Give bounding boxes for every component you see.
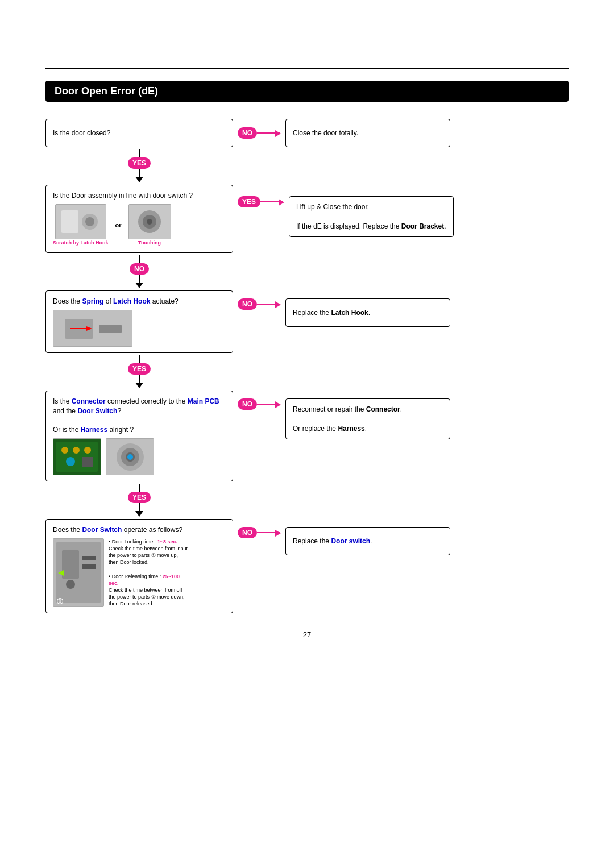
step5-no-badge: NO bbox=[238, 527, 257, 538]
step4-vline-top bbox=[139, 484, 140, 492]
step2-question: Is the Door assembly in line with door s… bbox=[45, 185, 233, 253]
svg-point-24 bbox=[127, 454, 133, 460]
step3-yes-container: YES bbox=[45, 353, 233, 391]
step2-yes-badge: YES bbox=[238, 196, 260, 207]
svg-point-15 bbox=[61, 447, 68, 454]
step2-row: Is the Door assembly in line with door s… bbox=[45, 185, 569, 253]
svg-rect-29 bbox=[82, 556, 96, 560]
step5-no-answer: Replace the Door switch. bbox=[285, 527, 450, 555]
step1-vline-top bbox=[139, 149, 140, 157]
step1-yes-badge: YES bbox=[128, 157, 151, 169]
step2-yes-arrow bbox=[260, 201, 283, 202]
step2-down-arrow bbox=[135, 283, 143, 288]
step1-row: Is the door closed? NO Close the door to… bbox=[45, 119, 569, 147]
svg-rect-27 bbox=[62, 550, 79, 579]
step4-pcb-svg bbox=[53, 439, 101, 475]
step4-down-arrow bbox=[135, 511, 143, 517]
svg-rect-1 bbox=[61, 210, 78, 233]
page: Door Open Error (dE) Is the door closed?… bbox=[0, 0, 614, 868]
step3-no-answer: Replace the Latch Hook. bbox=[285, 298, 450, 327]
step1-arrow bbox=[257, 132, 280, 134]
svg-point-16 bbox=[73, 447, 80, 454]
step2-vline-top bbox=[139, 255, 140, 263]
page-number: 27 bbox=[45, 630, 569, 639]
step3-latch-svg bbox=[53, 310, 132, 346]
step2-no-container: NO bbox=[45, 253, 233, 290]
svg-point-7 bbox=[147, 219, 152, 225]
step4-img-row bbox=[53, 438, 226, 475]
svg-point-3 bbox=[85, 217, 94, 226]
step2-yes-connector: YES bbox=[238, 196, 284, 207]
step1-answer: Close the door totally. bbox=[285, 119, 450, 147]
step4-img-harness bbox=[106, 438, 154, 475]
step5-detail-text: • Door Locking time : 1~8 sec.Check the … bbox=[109, 538, 188, 607]
step3-no-arrow bbox=[257, 304, 280, 305]
step3-question: Does the Spring of Latch Hook actuate? bbox=[45, 290, 233, 353]
step5-row: Does the Door Switch operate as follows? bbox=[45, 519, 569, 613]
step5-img-switch: ① bbox=[53, 538, 104, 607]
step4-no-badge: NO bbox=[238, 398, 257, 410]
step5-no-arrow bbox=[257, 532, 280, 533]
step5-switch-svg: ① bbox=[53, 539, 103, 606]
svg-point-28 bbox=[66, 580, 75, 589]
step4-no-arrow bbox=[257, 404, 280, 405]
step3-img-latch bbox=[53, 310, 132, 347]
step1-no-connector: NO bbox=[238, 127, 281, 139]
step1-down-arrow bbox=[135, 177, 143, 182]
step4-row: Is the Connector connected correctly to … bbox=[45, 391, 569, 481]
step3-no-connector: NO bbox=[238, 298, 281, 310]
step2-scratch-svg bbox=[56, 205, 106, 239]
svg-rect-14 bbox=[56, 442, 98, 472]
step5-question: Does the Door Switch operate as follows? bbox=[45, 519, 233, 613]
flowchart: Is the door closed? NO Close the door to… bbox=[45, 119, 569, 613]
step3-yes-badge: YES bbox=[128, 363, 151, 375]
svg-point-17 bbox=[84, 447, 91, 454]
step2-img-touching bbox=[128, 204, 171, 239]
step3-vline-top bbox=[139, 355, 140, 363]
step4-vline-bot bbox=[139, 503, 140, 511]
step3-vline-bot bbox=[139, 375, 140, 383]
step5-no-connector: NO bbox=[238, 527, 281, 538]
step1-vline-bot bbox=[139, 169, 140, 177]
svg-rect-19 bbox=[82, 457, 93, 467]
step2-yes-answer: Lift up & Close the door. If the dE is d… bbox=[289, 196, 454, 237]
step4-harness-svg bbox=[106, 439, 154, 475]
svg-rect-30 bbox=[82, 564, 96, 569]
step4-img-pcb bbox=[53, 438, 101, 475]
step2-no-badge: NO bbox=[130, 263, 149, 275]
step4-yes-badge: YES bbox=[128, 492, 151, 503]
step5-img-row: ① • Door Locking time : 1~8 sec.Check th… bbox=[53, 538, 226, 607]
step4-yes-container: YES bbox=[45, 481, 233, 519]
step1-question: Is the door closed? bbox=[45, 119, 233, 147]
step3-img-row bbox=[53, 310, 226, 347]
step4-question: Is the Connector connected correctly to … bbox=[45, 391, 233, 481]
step2-vline-bot bbox=[139, 275, 140, 283]
top-divider bbox=[45, 68, 569, 69]
svg-rect-10 bbox=[99, 325, 122, 333]
section-title: Door Open Error (dE) bbox=[45, 81, 569, 102]
svg-text:①: ① bbox=[56, 597, 64, 606]
step3-no-badge: NO bbox=[238, 298, 257, 310]
step2-img-row: Scratch by Latch Hook or Touchin bbox=[53, 204, 226, 247]
step2-img-scratch bbox=[55, 204, 106, 239]
step1-yes-container: YES bbox=[45, 147, 233, 185]
svg-point-18 bbox=[66, 457, 75, 466]
step3-down-arrow bbox=[135, 383, 143, 388]
step4-no-connector: NO bbox=[238, 398, 281, 410]
step1-no-badge: NO bbox=[238, 127, 257, 139]
step4-no-answer: Reconnect or repair the Connector. Or re… bbox=[285, 398, 450, 439]
step2-touching-svg bbox=[129, 205, 171, 239]
step3-row: Does the Spring of Latch Hook actuate? bbox=[45, 290, 569, 353]
